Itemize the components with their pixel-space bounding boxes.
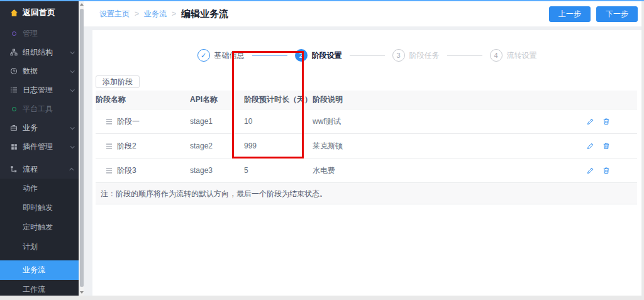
column-header-description: 阶段说明 — [309, 94, 584, 105]
column-header-stage-name: 阶段名称 — [96, 94, 189, 105]
sidebar-item-label: 业务 — [23, 123, 38, 133]
stage-duration: 10 — [242, 117, 309, 126]
sidebar-item-home[interactable]: 返回首页 — [0, 1, 79, 24]
sidebar-subitem-business-flow[interactable]: 业务流 — [0, 260, 79, 280]
sidebar-item-org-structure[interactable]: 组织结构 — [0, 43, 79, 62]
step-stage-setup: 2 阶段设置 — [295, 49, 342, 62]
breadcrumb-current: 编辑业务流 — [181, 8, 228, 20]
sidebar-subitem-workflow[interactable]: 工作流 — [0, 280, 79, 296]
flow-icon — [9, 165, 19, 173]
step-label: 阶段任务 — [409, 50, 440, 61]
breadcrumb-link-business-flow[interactable]: 业务流 — [144, 9, 167, 19]
edit-button[interactable] — [587, 118, 594, 125]
sidebar-subitem-label: 业务流 — [23, 265, 45, 275]
sidebar-item-data[interactable]: 数据 — [0, 62, 79, 81]
clock-icon — [9, 67, 19, 75]
delete-button[interactable] — [602, 167, 610, 174]
sidebar-item-label: 流程 — [23, 164, 38, 175]
sidebar-home-label: 返回首页 — [23, 7, 55, 18]
step-number: 3 — [392, 49, 405, 62]
sidebar: 返回首页 管理 组织结构 数据 日志管理 — [0, 1, 79, 296]
drag-handle-icon[interactable] — [106, 143, 113, 149]
sidebar-item-business[interactable]: 业务 — [0, 118, 79, 137]
sidebar-subitem-label: 即时触发 — [23, 203, 53, 213]
breadcrumb-link-settings-home[interactable]: 设置主页 — [99, 9, 130, 19]
top-accent-bar — [0, 0, 644, 1]
step-label: 流转设置 — [507, 50, 537, 61]
api-name: stage2 — [189, 142, 242, 150]
stage-description: wwf测试 — [309, 116, 584, 127]
home-icon — [9, 9, 19, 17]
stage-table: 阶段名称 API名称 阶段预计时长（天） 阶段说明 阶段一 stage1 10 … — [96, 91, 637, 204]
sidebar-item-log-management[interactable]: 日志管理 — [0, 81, 79, 99]
edit-button[interactable] — [587, 142, 594, 150]
sidebar-item-process[interactable]: 流程 — [0, 160, 79, 179]
chevron-down-icon — [70, 144, 75, 148]
sidebar-item-admin[interactable]: 管理 — [0, 24, 79, 43]
stage-description: 莱克斯顿 — [309, 141, 584, 152]
scroll-down-icon[interactable] — [80, 291, 84, 294]
main-area: 设置主页 > 业务流 > 编辑业务流 上一步 下一步 ✓ 基础信息 2 阶 — [84, 1, 644, 296]
step-basic-info: ✓ 基础信息 — [197, 49, 245, 62]
breadcrumb: 设置主页 > 业务流 > 编辑业务流 — [99, 8, 228, 20]
step-number: 4 — [490, 49, 502, 62]
column-header-api-name: API名称 — [189, 94, 242, 105]
add-stage-button[interactable]: 添加阶段 — [96, 75, 140, 88]
stage-duration: 5 — [242, 166, 309, 175]
table-header: 阶段名称 API名称 阶段预计时长（天） 阶段说明 — [96, 91, 637, 109]
step-flow-setup: 4 流转设置 — [490, 49, 537, 62]
api-name: stage1 — [189, 117, 242, 126]
header-buttons: 上一步 下一步 — [543, 6, 638, 22]
step-connector — [252, 55, 287, 56]
prev-step-button[interactable]: 上一步 — [549, 6, 591, 22]
drag-handle-icon[interactable] — [106, 168, 113, 174]
sidebar-subitem-instant-trigger[interactable]: 即时触发 — [0, 198, 79, 218]
content-card: ✓ 基础信息 2 阶段设置 3 阶段任务 4 流转设置 — [92, 30, 641, 296]
plugin-grid-icon — [9, 143, 19, 150]
table-note: 注：阶段的顺序将作为流转的默认方向，最后一个阶段为结束状态。 — [96, 183, 637, 204]
column-header-duration: 阶段预计时长（天） — [242, 94, 309, 105]
sidebar-subitem-action[interactable]: 动作 — [0, 179, 79, 198]
delete-button[interactable] — [602, 118, 610, 125]
scrollbar-thumb[interactable] — [80, 9, 84, 287]
app-window: 返回首页 管理 组织结构 数据 日志管理 — [0, 0, 644, 300]
sidebar-item-platform-tools[interactable]: 平台工具 — [0, 99, 79, 118]
step-connector — [447, 55, 482, 56]
step-number: 2 — [295, 49, 308, 62]
chevron-down-icon — [70, 50, 75, 54]
breadcrumb-separator: > — [172, 9, 176, 18]
header-bar: 设置主页 > 业务流 > 编辑业务流 上一步 下一步 — [84, 1, 644, 26]
sidebar-item-label: 插件管理 — [23, 142, 53, 152]
page-scrollbar[interactable] — [641, 1, 644, 296]
sidebar-scrollbar[interactable] — [79, 1, 84, 296]
sidebar-item-label: 管理 — [23, 28, 38, 39]
step-label: 阶段设置 — [312, 50, 342, 61]
sidebar-subitem-label: 计划 — [23, 242, 38, 252]
scroll-up-icon[interactable] — [80, 3, 84, 6]
breadcrumb-separator: > — [135, 9, 139, 18]
circle-purple-icon — [9, 31, 19, 36]
delete-button[interactable] — [602, 142, 610, 150]
step-check-icon: ✓ — [197, 49, 210, 62]
edit-button[interactable] — [587, 167, 594, 174]
sidebar-item-plugin-management[interactable]: 插件管理 — [0, 137, 79, 156]
log-list-icon — [9, 86, 19, 94]
table-row: 阶段一 stage1 10 wwf测试 — [96, 109, 637, 134]
step-label: 基础信息 — [214, 50, 245, 61]
chevron-up-icon — [69, 167, 74, 172]
sidebar-subitem-timed-trigger[interactable]: 定时触发 — [0, 218, 79, 237]
stage-name: 阶段2 — [117, 141, 136, 152]
drag-handle-icon[interactable] — [106, 119, 113, 125]
sidebar-submenu: 动作 即时触发 定时触发 计划 业务流 工作流 — [0, 179, 79, 296]
stage-duration: 999 — [242, 142, 309, 150]
step-stage-tasks: 3 阶段任务 — [392, 49, 440, 62]
stage-name: 阶段3 — [117, 165, 136, 176]
next-step-button[interactable]: 下一步 — [596, 6, 638, 22]
sidebar-item-label: 数据 — [23, 66, 38, 77]
stepper: ✓ 基础信息 2 阶段设置 3 阶段任务 4 流转设置 — [92, 30, 641, 62]
table-row: 阶段2 stage2 999 莱克斯顿 — [96, 134, 637, 158]
sidebar-item-label: 日志管理 — [23, 85, 53, 96]
sidebar-subitem-plan[interactable]: 计划 — [0, 237, 79, 257]
sidebar-item-label: 平台工具 — [23, 104, 53, 114]
chevron-down-icon — [70, 87, 75, 92]
